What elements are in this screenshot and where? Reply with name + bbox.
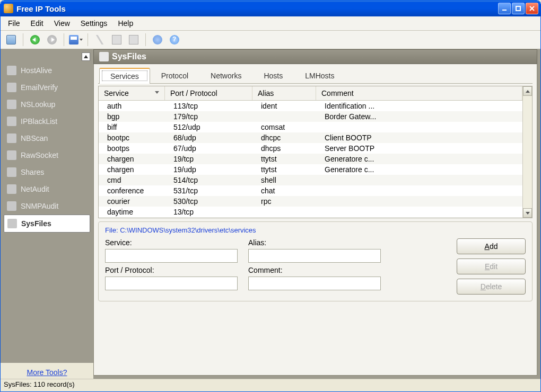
more-tools-link[interactable]: More Tools? xyxy=(1,363,93,379)
cell-port: 531/tcp xyxy=(165,185,252,196)
sidebar-item-rawsocket[interactable]: RawSocket xyxy=(4,147,90,164)
minimize-button[interactable] xyxy=(498,3,511,14)
cell-alias: dhcps xyxy=(252,143,316,154)
service-label: Service: xyxy=(105,238,238,247)
cell-service: conference xyxy=(99,185,165,196)
cell-port: 13/tcp xyxy=(165,207,252,217)
sidebar-item-label: EmailVerify xyxy=(21,83,58,92)
table-row[interactable]: daytime13/udp xyxy=(99,217,522,218)
table-row[interactable]: chargen19/tcpttytstGeneratore c... xyxy=(99,154,522,164)
close-button[interactable] xyxy=(526,3,538,14)
service-input[interactable] xyxy=(105,249,238,263)
cell-comment: Generatore c... xyxy=(316,154,409,164)
cell-port: 19/udp xyxy=(165,164,252,175)
cell-comment: Identification ... xyxy=(316,101,409,111)
sidebar-item-netaudit[interactable]: NetAudit xyxy=(4,181,90,198)
cell-alias: dhcpc xyxy=(252,132,316,143)
sidebar-item-label: SNMPAudit xyxy=(21,202,58,210)
cell-alias: rpc xyxy=(252,196,316,207)
port-input[interactable] xyxy=(105,277,238,290)
table-row[interactable]: bgp179/tcpBorder Gatew... xyxy=(99,111,522,122)
toolbar-cut-button[interactable] xyxy=(92,33,107,47)
table-row[interactable]: cmd514/tcpshell xyxy=(99,175,522,185)
sidebar-item-label: SysFiles xyxy=(21,219,51,228)
menu-edit[interactable]: Edit xyxy=(27,18,48,29)
table-row[interactable]: conference531/tcpchat xyxy=(99,185,522,196)
add-button[interactable]: Add xyxy=(457,238,526,254)
status-bar: SysFiles: 110 record(s) xyxy=(1,379,540,390)
comment-input[interactable] xyxy=(248,277,381,290)
table-scrollbar[interactable] xyxy=(522,86,532,218)
tab-networks[interactable]: Networks xyxy=(199,68,252,84)
cell-service: bootps xyxy=(99,143,165,154)
sidebar-item-icon xyxy=(7,201,16,211)
sidebar-item-hostalive[interactable]: HostAlive xyxy=(4,62,90,79)
table-row[interactable]: bootps67/udpdhcpsServer BOOTP xyxy=(99,143,522,154)
toolbar-save-button[interactable] xyxy=(68,33,83,47)
window-controls xyxy=(498,3,538,14)
menu-help[interactable]: Help xyxy=(114,18,137,29)
edit-button[interactable]: Edit xyxy=(457,259,526,274)
sidebar-item-snmpaudit[interactable]: SNMPAudit xyxy=(4,198,90,215)
sidebar-item-label: Shares xyxy=(21,168,44,176)
panel-body: ServicesProtocolNetworksHostsLMHosts Ser… xyxy=(93,64,537,376)
table-row[interactable]: daytime13/tcp xyxy=(99,207,522,217)
column-comment[interactable]: Comment xyxy=(316,86,522,100)
sidebar-item-nslookup[interactable]: NSLookup xyxy=(4,96,90,113)
tab-hosts[interactable]: Hosts xyxy=(252,68,294,84)
toolbar xyxy=(1,31,540,49)
cell-alias: ident xyxy=(252,101,316,111)
column-alias[interactable]: Alias xyxy=(252,86,316,100)
scroll-up-button[interactable] xyxy=(523,86,532,96)
column-service[interactable]: Service xyxy=(99,86,165,100)
content-panel: SysFiles ServicesProtocolNetworksHostsLM… xyxy=(93,49,540,379)
cell-alias xyxy=(252,217,316,218)
menu-settings[interactable]: Settings xyxy=(76,18,112,29)
table-body: auth113/tcpidentIdentification ...bgp179… xyxy=(99,101,522,218)
table-row[interactable]: courier530/tcprpc xyxy=(99,196,522,207)
table-row[interactable]: chargen19/udpttytstGeneratore c... xyxy=(99,164,522,175)
toolbar-back-button[interactable] xyxy=(28,33,42,47)
cell-alias: ttytst xyxy=(252,154,316,164)
toolbar-monitor-icon[interactable] xyxy=(4,33,19,47)
scroll-track[interactable] xyxy=(523,96,532,208)
sidebar-item-ipblacklist[interactable]: IPBlackList xyxy=(4,113,90,130)
sidebar-item-shares[interactable]: Shares xyxy=(4,164,90,181)
sidebar-item-icon xyxy=(7,66,16,75)
scroll-down-button[interactable] xyxy=(523,208,532,218)
table-row[interactable]: auth113/tcpidentIdentification ... xyxy=(99,101,522,111)
sidebar-item-nbscan[interactable]: NBScan xyxy=(4,130,90,147)
toolbar-forward-button[interactable] xyxy=(45,33,59,47)
alias-input[interactable] xyxy=(248,249,381,263)
toolbar-separator xyxy=(145,33,146,46)
table-row[interactable]: biff512/udpcomsat xyxy=(99,122,522,132)
column-port[interactable]: Port / Protocol xyxy=(165,86,252,100)
panel-icon xyxy=(99,52,109,61)
cell-service: biff xyxy=(99,122,165,132)
tab-protocol[interactable]: Protocol xyxy=(150,68,199,84)
table-row[interactable]: bootpc68/udpdhcpcClient BOOTP xyxy=(99,132,522,143)
toolbar-settings-icon[interactable] xyxy=(150,33,165,47)
maximize-button[interactable] xyxy=(512,3,525,14)
toolbar-paste-button[interactable] xyxy=(126,33,141,47)
sidebar-scroll-up-button[interactable] xyxy=(82,52,90,61)
cell-port: 514/tcp xyxy=(165,175,252,185)
sidebar-item-sysfiles[interactable]: SysFiles xyxy=(4,215,90,233)
toolbar-copy-button[interactable] xyxy=(109,33,124,47)
cell-comment xyxy=(316,122,409,132)
tab-lmhosts[interactable]: LMHosts xyxy=(294,68,345,84)
toolbar-help-icon[interactable] xyxy=(167,33,182,47)
menu-file[interactable]: File xyxy=(4,18,24,29)
sidebar-item-emailverify[interactable]: EmailVerify xyxy=(4,79,90,96)
sidebar-items: HostAliveEmailVerifyNSLookupIPBlackListN… xyxy=(4,62,90,360)
menu-view[interactable]: View xyxy=(50,18,74,29)
cell-service: chargen xyxy=(99,154,165,164)
delete-button[interactable]: Delete xyxy=(457,279,526,295)
sidebar-item-label: NSLookup xyxy=(21,100,55,109)
cell-service: daytime xyxy=(99,207,165,217)
toolbar-separator xyxy=(64,33,64,46)
panel-title: SysFiles xyxy=(112,52,146,61)
sidebar-item-icon xyxy=(7,117,16,126)
window-title: Free IP Tools xyxy=(16,4,498,13)
tab-services[interactable]: Services xyxy=(99,68,150,84)
